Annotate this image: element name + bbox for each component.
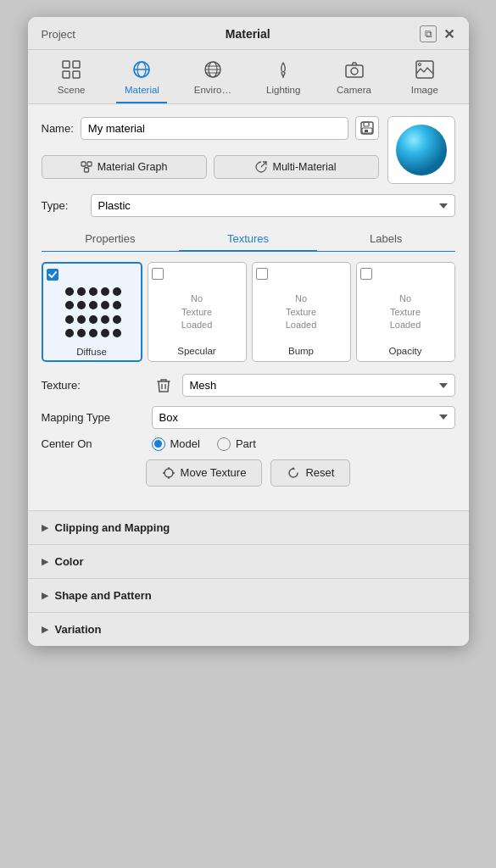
svg-rect-0 [63, 61, 70, 68]
reset-button[interactable]: Reset [270, 459, 350, 487]
sphere-preview [387, 116, 455, 184]
tab-scene-label: Scene [58, 85, 86, 95]
save-button[interactable] [355, 116, 379, 140]
tab-material-label: Material [125, 85, 159, 95]
diffuse-label: Diffuse [76, 347, 107, 357]
tab-lighting-label: Lighting [266, 85, 300, 95]
texture-select[interactable]: Mesh UV Planar [182, 374, 455, 397]
texture-tile-specular[interactable]: NoTextureLoaded Specular [148, 262, 247, 362]
accordion-shape-header[interactable]: ▶ Shape and Pattern [28, 579, 469, 612]
texture-right: Mesh UV Planar [152, 374, 455, 398]
radio-part-circle [217, 437, 231, 451]
texture-grid: Diffuse NoTextureLoaded Specular NoTextu… [42, 262, 455, 362]
accordion-shape: ▶ Shape and Pattern [28, 578, 469, 612]
button-row: Material Graph Multi-Material [42, 155, 379, 179]
move-texture-button[interactable]: Move Texture [146, 459, 263, 487]
move-texture-label: Move Texture [181, 466, 247, 479]
specular-no-texture: NoTextureLoaded [181, 292, 213, 331]
shape-chevron-icon: ▶ [42, 590, 48, 601]
tab-material[interactable]: Material [116, 57, 167, 103]
tab-lighting[interactable]: Lighting [258, 57, 309, 103]
specular-label: Specular [177, 346, 215, 356]
tab-environ[interactable]: Enviro… [187, 57, 238, 103]
svg-rect-18 [364, 122, 369, 126]
accordion-color-header[interactable]: ▶ Color [28, 545, 469, 578]
clipping-title: Clipping and Mapping [55, 521, 170, 534]
color-title: Color [55, 555, 84, 568]
svg-rect-22 [87, 162, 92, 166]
mapping-select[interactable]: Box Sphere Cylinder Planar [152, 406, 455, 429]
tab-textures[interactable]: Textures [179, 227, 317, 252]
radio-model-circle [152, 437, 165, 451]
project-label: Project [42, 28, 75, 41]
center-right: Model Part [152, 437, 455, 451]
image-icon [415, 60, 434, 81]
svg-rect-21 [81, 162, 86, 166]
radio-part[interactable]: Part [217, 437, 256, 451]
svg-point-16 [418, 64, 421, 66]
texture-tile-bump[interactable]: NoTextureLoaded Bump [252, 262, 351, 362]
shape-title: Shape and Pattern [55, 589, 152, 602]
opacity-checkbox[interactable] [360, 268, 372, 280]
tab-camera[interactable]: Camera [329, 57, 380, 103]
material-graph-button[interactable]: Material Graph [42, 155, 207, 179]
radio-group: Model Part [152, 437, 256, 451]
bump-no-texture: NoTextureLoaded [286, 292, 317, 331]
accordion-variation-header[interactable]: ▶ Variation [28, 613, 469, 646]
type-row: Type: Plastic Metal Glass Matte [42, 194, 455, 217]
panel-title: Material [226, 27, 270, 41]
action-buttons: Move Texture Reset [42, 459, 455, 487]
opacity-no-texture: NoTextureLoaded [390, 292, 421, 331]
top-row: Name: [42, 116, 455, 184]
radio-part-label: Part [236, 437, 256, 450]
bump-checkbox[interactable] [256, 268, 268, 280]
svg-point-30 [164, 469, 173, 477]
svg-rect-3 [73, 71, 80, 78]
nav-tabs: Scene Material E [28, 50, 469, 104]
top-left: Name: [42, 116, 379, 179]
accordion-variation: ▶ Variation [28, 612, 469, 646]
variation-chevron-icon: ▶ [42, 624, 48, 635]
diffuse-checkbox[interactable] [47, 269, 59, 281]
titlebar: Project Material ⧉ ✕ [28, 17, 469, 50]
reset-label: Reset [305, 466, 334, 479]
svg-rect-20 [365, 130, 368, 132]
type-label: Type: [42, 199, 84, 212]
radio-model[interactable]: Model [152, 437, 200, 451]
tab-properties[interactable]: Properties [42, 227, 180, 252]
tab-camera-label: Camera [337, 85, 371, 95]
tab-image[interactable]: Image [399, 57, 450, 103]
tab-environ-label: Enviro… [194, 85, 231, 95]
specular-checkbox[interactable] [152, 268, 164, 280]
svg-rect-13 [346, 65, 363, 77]
center-row: Center On Model Part [42, 437, 455, 451]
center-label: Center On [42, 437, 152, 450]
texture-tile-diffuse[interactable]: Diffuse [42, 262, 142, 362]
opacity-label: Opacity [389, 346, 422, 356]
material-graph-label: Material Graph [98, 161, 168, 173]
texture-tile-opacity[interactable]: NoTextureLoaded Opacity [356, 262, 455, 362]
name-input[interactable] [81, 117, 348, 140]
texture-row: Texture: Mesh UV Planar [42, 374, 455, 398]
radio-model-label: Model [170, 437, 200, 450]
mapping-label: Mapping Type [42, 411, 152, 424]
multi-material-label: Multi-Material [272, 161, 336, 173]
tab-scene[interactable]: Scene [46, 57, 97, 103]
close-button[interactable]: ✕ [443, 26, 454, 42]
tab-labels[interactable]: Labels [317, 227, 455, 252]
accordion-clipping-header[interactable]: ▶ Clipping and Mapping [28, 511, 469, 544]
svg-rect-23 [84, 168, 88, 172]
restore-button[interactable]: ⧉ [420, 25, 437, 42]
name-label: Name: [42, 122, 74, 135]
specular-preview: NoTextureLoaded [167, 283, 226, 342]
multi-material-button[interactable]: Multi-Material [214, 155, 379, 179]
material-icon [132, 60, 151, 81]
clipping-chevron-icon: ▶ [42, 522, 48, 533]
panel: Project Material ⧉ ✕ Scene [28, 17, 469, 646]
radio-model-dot [154, 440, 162, 448]
svg-rect-2 [73, 61, 80, 68]
delete-texture-button[interactable] [152, 374, 176, 398]
accordion-clipping: ▶ Clipping and Mapping [28, 510, 469, 544]
type-select[interactable]: Plastic Metal Glass Matte [91, 194, 455, 217]
bump-label: Bump [288, 346, 314, 356]
